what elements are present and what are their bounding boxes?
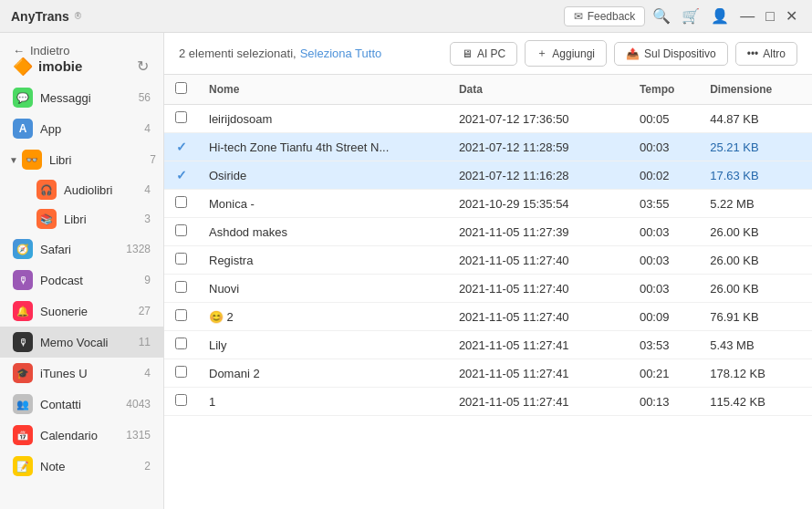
sul-dispositivo-button[interactable]: 📤 Sul Dispositivo [614,42,728,66]
sidebar-group-libri[interactable]: ▼ 👓 Libri 7 [0,144,163,175]
header-data: Data [448,75,629,105]
contatti-label: Contatti [40,398,126,411]
feedback-button[interactable]: ✉ Feedback [564,6,646,26]
table-row[interactable]: Registra2021-11-05 11:27:4000:0326.00 KB [164,246,812,275]
sidebar-item-safari[interactable]: 🧭 Safari 1328 [0,234,163,265]
file-table-container: Nome Data Tempo Dimensione leirijdosoam2… [164,75,812,509]
header-check[interactable] [164,75,198,105]
row-date: 2021-11-05 11:27:40 [448,246,629,275]
table-row[interactable]: ✓Osiride2021-07-12 11:16:2800:0217.63 KB [164,161,812,190]
row-checkbox[interactable] [175,224,187,236]
sidebar-item-itunes-u[interactable]: 🎓 iTunes U 4 [0,358,163,389]
row-checkbox-cell[interactable] [164,190,198,218]
sidebar-item-app[interactable]: A App 4 [0,113,163,144]
search-button[interactable]: 🔍 [649,5,674,26]
file-table: Nome Data Tempo Dimensione leirijdosoam2… [164,75,812,416]
header-nome: Nome [198,75,448,105]
row-checkbox-cell[interactable]: ✓ [164,161,198,190]
check-mark: ✓ [176,168,187,182]
itunes-label: iTunes U [40,367,144,380]
row-date: 2021-10-29 15:35:54 [448,190,629,218]
user-button[interactable]: 👤 [707,5,733,26]
row-size: 178.12 KB [699,359,812,388]
row-checkbox[interactable] [175,394,187,406]
table-row[interactable]: Ashdod makes2021-11-05 11:27:3900:0326.0… [164,218,812,246]
ai-pc-label: AI PC [477,47,505,60]
row-checkbox-cell[interactable] [164,246,198,275]
table-header: Nome Data Tempo Dimensione [164,75,812,105]
sidebar-item-audiolibri[interactable]: 🎧 Audiolibri 4 [0,175,163,204]
selection-info: 2 elementi selezionati, Seleziona Tutto [179,47,442,60]
row-time: 00:02 [629,161,699,190]
table-row[interactable]: Domani 22021-11-05 11:27:4100:21178.12 K… [164,359,812,388]
row-name: Registra [198,246,448,275]
libri-sub-count: 3 [144,213,151,225]
row-checkbox-cell[interactable]: ✓ [164,133,198,161]
row-checkbox-cell[interactable] [164,388,198,416]
sidebar-item-calendario[interactable]: 📅 Calendario 1315 [0,420,163,451]
podcast-icon: 🎙 [13,270,33,290]
calendario-label: Calendario [40,429,126,442]
chevron-down-icon: ▼ [9,155,18,165]
table-row[interactable]: 12021-11-05 11:27:4100:13115.42 KB [164,388,812,416]
audiolibri-icon: 🎧 [36,180,57,200]
app-reg-symbol: ® [75,11,81,21]
row-checkbox-cell[interactable] [164,303,198,331]
safari-count: 1328 [126,243,151,255]
row-checkbox-cell[interactable] [164,105,198,133]
table-row[interactable]: 😊 22021-11-05 11:27:4000:0976.91 KB [164,303,812,331]
table-row[interactable]: leirijdosoam2021-07-12 17:36:5000:0544.8… [164,105,812,133]
sidebar-item-podcast[interactable]: 🎙 Podcast 9 [0,265,163,296]
note-count: 2 [144,460,151,473]
row-checkbox-cell[interactable] [164,359,198,388]
row-checkbox-cell[interactable] [164,218,198,246]
sidebar-item-contatti[interactable]: 👥 Contatti 4043 [0,389,163,420]
row-checkbox[interactable] [175,196,187,208]
row-checkbox[interactable] [175,111,187,123]
sidebar-item-libri[interactable]: 📚 Libri 3 [0,204,163,234]
close-button[interactable]: ✕ [782,5,801,26]
row-date: 2021-11-05 11:27:39 [448,218,629,246]
table-row[interactable]: Monica -2021-10-29 15:35:5403:555.22 MB [164,190,812,218]
more-icon: ••• [747,47,759,60]
messages-count: 56 [139,91,151,104]
row-checkbox-cell[interactable] [164,275,198,303]
sidebar-item-messaggi[interactable]: 💬 Messaggi 56 [0,82,163,113]
sidebar-item-memo-vocali[interactable]: 🎙 Memo Vocali 11 [0,327,163,358]
select-all-link[interactable]: Seleziona Tutto [300,47,382,60]
table-row[interactable]: ✓Hi-tech Zone Tianfu 4th Street N...2021… [164,133,812,161]
row-checkbox[interactable] [175,253,187,265]
suonerie-label: Suonerie [40,305,139,318]
row-size: 115.42 KB [699,388,812,416]
refresh-button[interactable]: ↻ [135,56,151,77]
table-row[interactable]: Nuovi2021-11-05 11:27:4000:0326.00 KB [164,275,812,303]
maximize-button[interactable]: □ [762,6,778,26]
table-row[interactable]: Lily2021-11-05 11:27:4103:535.43 MB [164,331,812,359]
selection-text: 2 elementi selezionati, [179,47,297,60]
row-checkbox[interactable] [175,309,187,321]
itunes-icon: 🎓 [13,363,33,383]
brand-label: imobie [38,58,135,74]
calendario-count: 1315 [126,429,151,441]
row-checkbox[interactable] [175,281,187,293]
aggiungi-button[interactable]: ＋ Aggiungi [525,40,607,67]
row-size: 26.00 KB [699,246,812,275]
sidebar-item-suonerie[interactable]: 🔔 Suonerie 27 [0,296,163,327]
row-checkbox-cell[interactable] [164,331,198,359]
row-size: 76.91 KB [699,303,812,331]
contatti-icon: 👥 [13,394,33,414]
altro-button[interactable]: ••• Altro [735,42,797,66]
row-checkbox[interactable] [175,338,187,349]
ai-pc-button[interactable]: 🖥 AI PC [450,42,517,66]
row-time: 00:03 [629,133,699,161]
mail-icon: ✉ [574,10,583,23]
cart-button[interactable]: 🛒 [678,5,703,26]
check-mark: ✓ [176,140,187,154]
minimize-button[interactable]: — [736,6,758,26]
monitor-icon: 🖥 [462,47,473,60]
altro-label: Altro [763,47,786,60]
sidebar-item-note[interactable]: 📝 Note 2 [0,451,163,482]
row-checkbox[interactable] [175,366,187,378]
aggiungi-label: Aggiungi [552,47,595,60]
select-all-checkbox[interactable] [175,82,187,94]
